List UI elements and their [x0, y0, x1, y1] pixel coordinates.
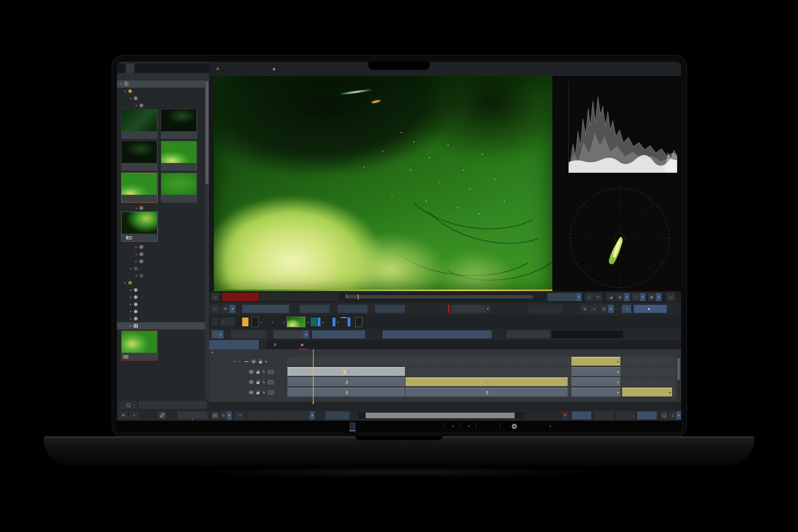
remove-edit-button[interactable]: ◈	[590, 305, 598, 313]
timeline-options-button[interactable]: ▾	[235, 412, 244, 419]
render-selection-button[interactable]	[212, 330, 218, 339]
ram-play-button[interactable]	[528, 305, 563, 313]
menu-effects[interactable]	[364, 422, 370, 431]
zoom-caret[interactable]: ▾	[576, 293, 582, 301]
viewer-tab-pic-a-28[interactable]: ◉	[267, 62, 283, 76]
visibility-icon[interactable]	[249, 370, 254, 374]
redo-button[interactable]: ▾	[463, 422, 473, 431]
licensing-button[interactable]	[485, 422, 492, 431]
display-button[interactable]: ▢	[631, 293, 640, 301]
pipeline-thumbnail[interactable]	[287, 317, 305, 327]
clip-thumbnail-selected[interactable]	[121, 173, 158, 203]
track-lane-v15[interactable]: ▶	[287, 357, 676, 366]
lock-icon[interactable]	[256, 392, 259, 394]
marker-button[interactable]	[451, 305, 485, 313]
scrub-bar[interactable]: [	[346, 295, 533, 299]
visibility-icon[interactable]	[249, 380, 254, 384]
track-name[interactable]	[242, 372, 246, 372]
mask-button[interactable]: ▣	[647, 293, 656, 301]
clip-thumbnail[interactable]	[161, 109, 197, 139]
clip-info-button[interactable]: ▭	[211, 293, 220, 301]
add-audio-track-button[interactable]	[279, 412, 294, 419]
node-enabled-strip[interactable]	[347, 318, 350, 326]
render-caret[interactable]: ▾	[218, 330, 224, 339]
current-frame-field[interactable]	[222, 293, 259, 301]
select-mode-button[interactable]	[634, 305, 667, 313]
track-header-v12[interactable]: ↳	[209, 388, 287, 397]
follow-icon[interactable]: ↳	[262, 380, 265, 384]
record-badge[interactable]	[270, 361, 274, 362]
clip-v12-stack[interactable]: ▶	[571, 388, 620, 396]
track-header-v14[interactable]: ↳	[209, 367, 287, 377]
sort-header[interactable]	[117, 73, 209, 80]
fx-button[interactable]	[212, 318, 218, 326]
tree-item-sequences[interactable]: ▾	[117, 322, 205, 329]
quicktime-node[interactable]	[251, 317, 259, 327]
track-lane-v14[interactable]: ▶	[287, 367, 676, 377]
out-field[interactable]	[338, 305, 367, 313]
import-button[interactable]	[507, 330, 550, 339]
tree-item-batch-shelf[interactable]: ▾	[117, 265, 205, 272]
source-timecode[interactable]	[260, 293, 338, 301]
track-list-button[interactable]	[212, 412, 219, 419]
clip-v14-selected[interactable]	[287, 367, 405, 376]
tree-item-reel-1[interactable]: ▾	[117, 286, 205, 293]
presets-caret[interactable]: ▾	[303, 330, 309, 339]
sequences-tab[interactable]	[209, 340, 259, 349]
track-header-v15[interactable]: ▾ ↳	[209, 357, 287, 366]
follow-icon[interactable]: ↳	[265, 359, 268, 364]
playback-caret[interactable]: ▾	[230, 305, 235, 313]
add-sub-track-button[interactable]	[295, 412, 310, 419]
settings-button[interactable]: ⚙	[119, 412, 128, 419]
dur-field[interactable]	[375, 305, 405, 313]
snap-button[interactable]	[616, 412, 635, 419]
tab-batch[interactable]	[143, 63, 152, 73]
layers-button[interactable]: ▤	[600, 305, 608, 313]
grid-view-button[interactable]	[157, 412, 167, 419]
zoom-value-slider[interactable]	[325, 412, 349, 419]
import-path-field[interactable]	[551, 330, 623, 339]
home-view-button[interactable]: ⌂	[585, 293, 593, 301]
clip-thumbnail[interactable]	[121, 141, 158, 171]
viewer-tab-sp-content[interactable]: ⚙	[211, 62, 227, 76]
ripple-button[interactable]	[593, 412, 614, 419]
gang-button[interactable]: ♥	[562, 412, 569, 419]
scope-caret[interactable]: ▾	[624, 293, 630, 301]
node-enabled-strip[interactable]	[318, 318, 320, 326]
search-button[interactable]	[119, 401, 137, 409]
display-caret[interactable]: ▾	[640, 293, 646, 301]
tagged-colour-space-field[interactable]	[382, 330, 492, 339]
options-button[interactable]: ▾	[622, 305, 631, 313]
tree-item-schematic-reel-2[interactable]: ▾	[117, 205, 205, 212]
node-enabled-strip[interactable]	[332, 318, 336, 326]
comp-view-button[interactable]	[365, 318, 371, 326]
pan-button[interactable]: ✛	[594, 293, 602, 301]
follow-icon[interactable]: ↳	[262, 369, 265, 374]
tree-item-dust[interactable]: ▸	[117, 258, 205, 265]
format-options-node[interactable]	[264, 318, 270, 326]
clip-thumbnail[interactable]	[161, 141, 197, 171]
clip-thumbnail-sequence[interactable]	[121, 331, 158, 361]
home-button[interactable]: ⌂	[669, 412, 677, 419]
tree-item-a001c005[interactable]: ▾	[117, 95, 205, 102]
tab-desktop[interactable]	[126, 63, 134, 73]
playback-settings-button[interactable]: ⚙	[221, 305, 230, 313]
add-video-track-button[interactable]	[248, 412, 263, 419]
clip-thumbnail-selected[interactable]	[121, 212, 158, 242]
editor-button[interactable]	[231, 330, 266, 339]
track-name[interactable]	[245, 361, 248, 362]
colour-management-node[interactable]	[311, 318, 317, 326]
track-header-v13[interactable]: ↳	[209, 377, 287, 387]
resolution-button[interactable]	[242, 305, 289, 313]
primary-track-badge[interactable]	[238, 361, 242, 362]
timeline-horizontal-scrollbar[interactable]	[358, 412, 524, 419]
clip-v15-stack[interactable]: ▶	[571, 357, 620, 365]
track-name[interactable]	[242, 382, 246, 382]
sequence-tab-sp-content[interactable]: ⚙	[269, 340, 284, 349]
colour-picker-button[interactable]: ◢	[607, 293, 615, 301]
thumbnail-size-slider[interactable]	[177, 412, 207, 419]
sequence-tab-pic-a-28[interactable]: ◉	[296, 340, 310, 349]
clip-v13-b[interactable]	[405, 377, 568, 386]
tree-item-new-reel[interactable]: ▾	[117, 293, 205, 301]
tree-item-desktop[interactable]: ▾	[117, 80, 205, 88]
